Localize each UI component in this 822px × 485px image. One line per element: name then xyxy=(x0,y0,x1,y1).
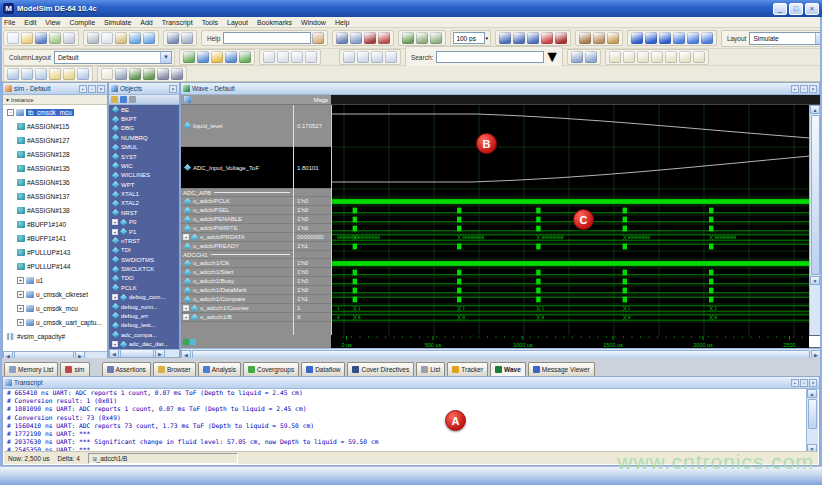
wave-row-name[interactable]: u_adcb/PREADY xyxy=(181,242,293,251)
objects-panel-header[interactable]: Objects × xyxy=(109,83,179,95)
tree-expand-icon[interactable]: + xyxy=(17,319,24,326)
objects-close-icon[interactable]: × xyxy=(169,85,177,93)
save-icon[interactable] xyxy=(35,32,47,44)
objects-hscrollbar[interactable]: ◀ ▶ xyxy=(109,349,179,357)
wave-expand-icon[interactable]: + xyxy=(183,314,189,320)
compile-all-icon[interactable] xyxy=(350,32,362,44)
objects-item[interactable]: DBG xyxy=(109,124,179,133)
find-options-icon[interactable] xyxy=(181,32,193,44)
cursor-add-icon[interactable] xyxy=(343,51,355,63)
objects-item[interactable]: debug_test... xyxy=(109,321,179,330)
panel-tab-memory-list[interactable]: Memory List xyxy=(4,362,58,376)
sim-close-icon[interactable]: × xyxy=(97,85,105,93)
scroll-left-icon[interactable]: ◀ xyxy=(109,349,119,358)
previous-transition-icon[interactable] xyxy=(129,68,141,80)
tree-item[interactable]: +u_cmsdk_uart_captu... xyxy=(3,315,107,329)
run-all-icon[interactable] xyxy=(527,32,539,44)
tab-analysis[interactable]: Analysis xyxy=(198,362,241,376)
cursor-link-icon[interactable] xyxy=(385,51,397,63)
title-bar[interactable]: M ModelSim DE-64 10.4c _ □ × xyxy=(0,0,822,17)
new-file-icon[interactable] xyxy=(7,32,19,44)
menu-item-simulate[interactable]: Simulate xyxy=(104,19,131,26)
add-wave-icon[interactable] xyxy=(197,51,209,63)
tree-item[interactable]: #ASSIGN#138 xyxy=(3,203,107,217)
instance-column-header[interactable]: ▾ Instance xyxy=(3,95,107,105)
chevron-down-icon[interactable]: ▼ xyxy=(160,52,171,63)
menu-item-compile[interactable]: Compile xyxy=(69,19,95,26)
add-to-wave-icon[interactable] xyxy=(183,51,195,63)
sim-dock-icon[interactable]: ▪ xyxy=(79,85,87,93)
wave-dock-icon[interactable]: ▪ xyxy=(791,85,799,93)
tree-item[interactable]: #ASSIGN#127 xyxy=(3,133,107,147)
wave-row-value[interactable]: 1'h0 xyxy=(294,277,331,286)
objects-expand-icon[interactable]: + xyxy=(112,294,118,300)
minimize-icon[interactable]: _ xyxy=(773,3,787,15)
tree-item[interactable]: -tb_cmsdk_mcu xyxy=(3,105,107,119)
wave-row-name[interactable]: u_adcb/PWRITE xyxy=(181,224,293,233)
objects-item[interactable]: WPT xyxy=(109,180,179,189)
tree-expand-icon[interactable]: + xyxy=(17,277,24,284)
scroll-down-icon[interactable]: ▼ xyxy=(810,276,820,285)
tree-item[interactable]: #ASSIGN#135 xyxy=(3,161,107,175)
scroll-up-icon[interactable]: ▲ xyxy=(810,105,820,114)
wave-row-value[interactable]: 0.170527 xyxy=(294,105,331,147)
delete-cursor-icon[interactable] xyxy=(115,68,127,80)
objects-item[interactable]: SWDIOTMS xyxy=(109,255,179,264)
transcript-close-icon[interactable]: × xyxy=(809,379,817,387)
wave-row-name[interactable]: +u_adcb/PRDATA xyxy=(181,233,293,242)
time-forward-icon[interactable] xyxy=(679,51,691,63)
sim-float-icon[interactable]: ▫ xyxy=(88,85,96,93)
tree-item[interactable]: #BUFP1#141 xyxy=(3,231,107,245)
tab-dataflow[interactable]: Dataflow xyxy=(301,362,345,376)
wave-expand-icon[interactable]: + xyxy=(183,305,189,311)
objects-item[interactable]: TDO xyxy=(109,274,179,283)
tab-wave[interactable]: Wave xyxy=(490,362,526,376)
tab-covergroups[interactable]: Covergroups xyxy=(243,362,299,376)
objects-item[interactable]: XTAL1 xyxy=(109,189,179,198)
copy-icon[interactable] xyxy=(101,32,113,44)
menu-item-window[interactable]: Window xyxy=(301,19,326,26)
step-over-icon[interactable] xyxy=(645,32,657,44)
wave-row-value[interactable]: 1'h0 xyxy=(294,206,331,215)
transcript-header[interactable]: Transcript ▪ ▫ × xyxy=(3,377,819,389)
objects-item[interactable]: nTRST xyxy=(109,236,179,245)
step-into-icon[interactable] xyxy=(631,32,643,44)
transcript-vscrollbar[interactable]: ▲ ▼ xyxy=(806,389,818,453)
objects-item[interactable]: SMUL xyxy=(109,143,179,152)
tab-assertions[interactable]: Assertions xyxy=(102,362,151,376)
tree-item[interactable]: #PULLUP#144 xyxy=(3,259,107,273)
objects-item[interactable]: TDI xyxy=(109,246,179,255)
break-sim-icon[interactable] xyxy=(378,32,390,44)
expand-time-last-icon[interactable] xyxy=(609,51,621,63)
tree-item[interactable]: +u_cmsdk_clkreset xyxy=(3,287,107,301)
tree-expand-icon[interactable]: - xyxy=(7,109,14,116)
objects-expand-icon[interactable]: + xyxy=(112,219,118,225)
break-icon[interactable] xyxy=(541,32,553,44)
zoom-mode-icon[interactable] xyxy=(277,51,289,63)
wave-row-value[interactable]: 1'h0 xyxy=(294,268,331,277)
layout-select[interactable]: Simulate▼ xyxy=(749,32,822,45)
tab-cover-directives[interactable]: Cover Directives xyxy=(347,362,414,376)
step-current-out-icon[interactable] xyxy=(701,32,713,44)
menu-item-help[interactable]: Help xyxy=(335,19,349,26)
wave-time-ruler[interactable]: 0 us500 us1000 us1500 us2000 us2500 xyxy=(331,335,809,348)
objects-item[interactable]: debug_err xyxy=(109,311,179,320)
tree-item[interactable]: #ASSIGN#136 xyxy=(3,175,107,189)
collapse-time-icon[interactable] xyxy=(637,51,649,63)
edit-mode-icon[interactable] xyxy=(291,51,303,63)
objects-item[interactable]: WIC xyxy=(109,161,179,170)
tree-expand-icon[interactable]: + xyxy=(17,291,24,298)
zoom-range-icon[interactable] xyxy=(77,68,89,80)
menu-item-layout[interactable]: Layout xyxy=(227,19,248,26)
tree-item[interactable]: #ASSIGN#115 xyxy=(3,119,107,133)
run-next-icon[interactable] xyxy=(593,32,605,44)
maximize-icon[interactable]: □ xyxy=(789,3,803,15)
tree-item[interactable]: #PULLUP#143 xyxy=(3,245,107,259)
wave-row-value[interactable]: 1'h0 xyxy=(294,259,331,268)
search-up-icon[interactable] xyxy=(585,51,597,63)
objects-expand-icon[interactable]: + xyxy=(112,229,118,235)
tab-list[interactable]: List xyxy=(416,362,445,376)
previous-falling-edge-icon[interactable] xyxy=(157,68,169,80)
wave-row-name[interactable]: ADC_APB xyxy=(181,189,293,197)
wave-row-name[interactable]: ADC_Input_Voltage_ToF xyxy=(181,147,293,189)
